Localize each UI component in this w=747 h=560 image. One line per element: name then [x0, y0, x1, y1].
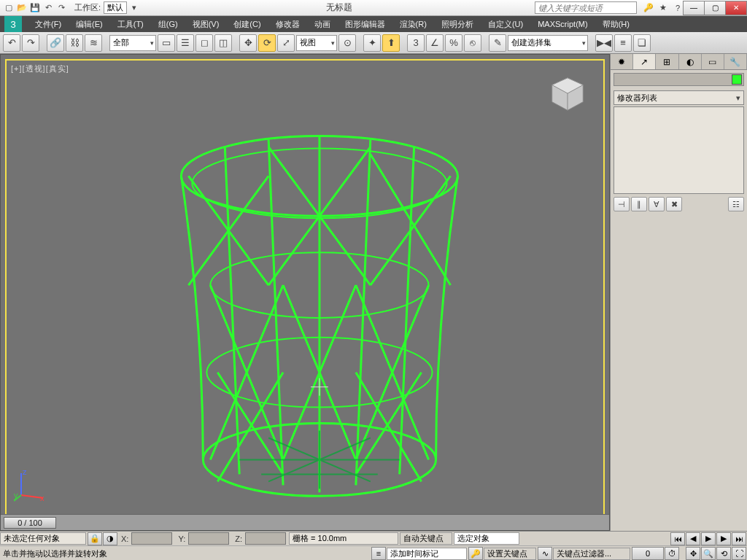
- spinner-snap-button[interactable]: ⎋: [464, 34, 481, 52]
- utilities-tab[interactable]: 🔧: [724, 54, 747, 69]
- select-object-button[interactable]: ▭: [158, 34, 175, 52]
- y-input[interactable]: [188, 532, 229, 545]
- orbit-button[interactable]: ⟲: [716, 547, 731, 560]
- link-button[interactable]: 🔗: [47, 34, 64, 52]
- pan-view-button[interactable]: ✥: [686, 547, 700, 560]
- x-input[interactable]: [131, 532, 172, 545]
- view-cube[interactable]: [546, 74, 589, 116]
- goto-start-button[interactable]: ⏮: [670, 532, 685, 545]
- show-result-button[interactable]: ∥: [631, 197, 647, 211]
- new-file-icon[interactable]: ▢: [3, 2, 15, 14]
- key-mode-button[interactable]: 🔑: [468, 547, 483, 560]
- menu-modifiers[interactable]: 修改器: [268, 17, 307, 32]
- isolate-button[interactable]: ◑: [103, 532, 117, 545]
- ref-coord-dropdown[interactable]: 视图: [296, 35, 337, 51]
- app-logo-icon[interactable]: 3: [4, 16, 22, 32]
- setkey-button[interactable]: 设置关键点: [484, 548, 536, 560]
- pivot-button[interactable]: ⊙: [338, 34, 356, 52]
- fav-icon[interactable]: ★: [657, 2, 669, 14]
- help-icon[interactable]: ?: [672, 2, 684, 14]
- close-button[interactable]: ✕: [725, 1, 747, 15]
- play-button[interactable]: ▶: [701, 532, 716, 545]
- menu-file[interactable]: 文件(F): [28, 17, 69, 32]
- z-input[interactable]: [245, 532, 286, 545]
- max-viewport-button[interactable]: ⛶: [732, 547, 746, 560]
- redo-quick-icon[interactable]: ↷: [55, 2, 67, 14]
- menu-help[interactable]: 帮助(H): [595, 17, 637, 32]
- menu-animation[interactable]: 动画: [307, 17, 338, 32]
- angle-snap-button[interactable]: ∠: [426, 34, 444, 52]
- time-config-button[interactable]: ⏱: [665, 547, 679, 560]
- modify-tab[interactable]: ↗: [633, 54, 656, 69]
- key-filters-icon[interactable]: ∿: [538, 547, 552, 560]
- modifier-stack[interactable]: [614, 106, 744, 194]
- signin-icon[interactable]: 🔑: [643, 2, 654, 14]
- open-file-icon[interactable]: 📂: [16, 2, 28, 14]
- bind-space-button[interactable]: ≋: [85, 34, 102, 52]
- workspace-dropdown[interactable]: 默认: [104, 1, 127, 14]
- object-color-swatch[interactable]: [732, 74, 742, 85]
- layers-button[interactable]: ❏: [633, 34, 651, 52]
- align-button[interactable]: ≡: [614, 34, 632, 52]
- time-tag-field[interactable]: 添加时间标记: [387, 548, 467, 560]
- menu-render[interactable]: 渲染(R): [392, 17, 434, 32]
- undo-button[interactable]: ↶: [3, 34, 20, 52]
- rotate-button[interactable]: ⟳: [258, 34, 276, 52]
- goto-end-button[interactable]: ⏭: [732, 532, 746, 545]
- help-search-input[interactable]: [535, 1, 637, 14]
- undo-quick-icon[interactable]: ↶: [42, 2, 54, 14]
- perspective-viewport[interactable]: [+][透视][真实]: [5, 59, 605, 526]
- display-tab[interactable]: ▭: [702, 54, 724, 69]
- modifier-list-dropdown[interactable]: 修改器列表: [614, 90, 744, 105]
- make-unique-button[interactable]: ∀: [649, 197, 665, 211]
- zoom-button[interactable]: 🔍: [701, 547, 716, 560]
- next-frame-button[interactable]: ▶: [716, 532, 731, 545]
- selection-filter-dropdown[interactable]: 全部: [109, 35, 156, 51]
- motion-tab[interactable]: ◐: [679, 54, 702, 69]
- snap-toggle-button[interactable]: 3: [407, 34, 425, 52]
- menu-tools[interactable]: 工具(T): [110, 17, 151, 32]
- window-crossing-button[interactable]: ◫: [214, 34, 232, 52]
- unlink-button[interactable]: ⛓: [66, 34, 83, 52]
- menu-maxscript[interactable]: MAXScript(M): [530, 18, 595, 31]
- menu-lighting[interactable]: 照明分析: [434, 17, 481, 32]
- prev-frame-button[interactable]: ◀: [686, 532, 700, 545]
- menu-edit[interactable]: 编辑(E): [69, 17, 110, 32]
- svg-line-10: [371, 176, 451, 285]
- manipulate-button[interactable]: ✦: [363, 34, 381, 52]
- named-sel-dropdown[interactable]: 创建选择集: [508, 35, 588, 51]
- keyboard-shortcut-button[interactable]: ⬆: [382, 34, 400, 52]
- menu-group[interactable]: 组(G): [151, 17, 185, 32]
- configure-sets-button[interactable]: ☷: [728, 197, 744, 211]
- mirror-button[interactable]: ▶◀: [595, 34, 613, 52]
- menu-view[interactable]: 视图(V): [185, 17, 227, 32]
- menu-customize[interactable]: 自定义(U): [481, 17, 530, 32]
- menu-create[interactable]: 创建(C): [226, 17, 268, 32]
- select-rect-button[interactable]: ◻: [196, 34, 213, 52]
- menu-grapheditors[interactable]: 图形编辑器: [338, 17, 392, 32]
- script-listener-button[interactable]: ≡: [371, 547, 386, 560]
- minimize-button[interactable]: —: [683, 1, 705, 15]
- save-file-icon[interactable]: 💾: [29, 2, 41, 14]
- pin-stack-button[interactable]: ⊣: [614, 197, 630, 211]
- workspace-dd-icon[interactable]: ▾: [128, 2, 140, 14]
- time-slider-handle[interactable]: 0 / 100: [4, 517, 56, 529]
- maximize-button[interactable]: ▢: [704, 1, 726, 15]
- hierarchy-tab[interactable]: ⊞: [656, 54, 678, 69]
- key-filters-button[interactable]: 关键点过滤器...: [553, 548, 630, 560]
- svg-text:z: z: [23, 469, 27, 476]
- autokey-button[interactable]: 自动关键点: [400, 532, 452, 545]
- move-button[interactable]: ✥: [239, 34, 257, 52]
- edit-named-sel-button[interactable]: ✎: [489, 34, 506, 52]
- redo-button[interactable]: ↷: [22, 34, 39, 52]
- time-slider[interactable]: 0 / 100: [1, 514, 609, 530]
- create-tab[interactable]: ✹: [611, 54, 633, 69]
- key-target-dropdown[interactable]: 选定对象: [454, 532, 519, 545]
- selection-lock-button[interactable]: 🔒: [88, 532, 102, 545]
- remove-mod-button[interactable]: ✖: [666, 197, 682, 211]
- object-name-field[interactable]: [614, 73, 744, 86]
- frame-number-input[interactable]: 0: [632, 547, 664, 560]
- select-name-button[interactable]: ☰: [177, 34, 194, 52]
- scale-button[interactable]: ⤢: [277, 34, 295, 52]
- percent-snap-button[interactable]: %: [445, 34, 462, 52]
